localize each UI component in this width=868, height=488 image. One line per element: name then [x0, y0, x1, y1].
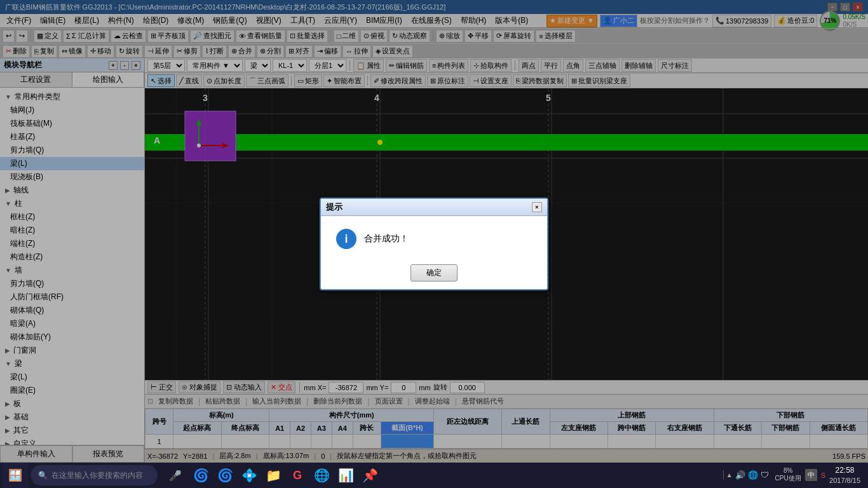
- dialog-close-button[interactable]: ×: [532, 202, 542, 212]
- dialog-message: 合并成功！: [364, 233, 409, 245]
- notif-area: ▲ 🔊 🌐 🛡: [723, 470, 771, 480]
- taskbar-mic-icon[interactable]: 🎤: [164, 464, 187, 487]
- taskbar-icon-swirl2[interactable]: 🌀: [214, 464, 236, 487]
- taskbar-search[interactable]: 🔍 在这里输入你要搜索的内容: [31, 465, 158, 485]
- dialog-titlebar: 提示 ×: [321, 199, 547, 216]
- lang-indicator[interactable]: 中: [805, 469, 817, 481]
- taskbar-icon-pin[interactable]: 📌: [358, 464, 381, 487]
- taskbar-right: ▲ 🔊 🌐 🛡 8% CPU使用 中 S 22:58 2017/8/15: [723, 466, 865, 485]
- dialog-overlay[interactable]: 提示 × i 合并成功！ 确定: [0, 0, 868, 488]
- notif-icon-2[interactable]: 🌐: [748, 470, 758, 480]
- dialog-box: 提示 × i 合并成功！ 确定: [320, 198, 548, 290]
- taskbar-icon-swirl1[interactable]: 🌀: [189, 464, 212, 487]
- notif-icon-3[interactable]: 🛡: [761, 470, 769, 480]
- search-icon: 🔍: [38, 471, 48, 480]
- taskbar-icon-circle[interactable]: 🌐: [310, 464, 333, 487]
- up-arrow-icon: ▲: [726, 471, 733, 478]
- taskbar-icon-ie[interactable]: 💠: [238, 464, 261, 487]
- taskbar: 🪟 🔍 在这里输入你要搜索的内容 🎤 🌀 🌀 💠 📁 G 🌐 📊 📌 ▲ 🔊 🌐…: [0, 463, 868, 488]
- taskbar-icon-chart[interactable]: 📊: [334, 464, 357, 487]
- dialog-title: 提示: [326, 201, 342, 213]
- search-placeholder: 在这里输入你要搜索的内容: [51, 470, 143, 481]
- taskbar-icon-g[interactable]: G: [286, 464, 309, 487]
- taskbar-icon-folder[interactable]: 📁: [262, 464, 285, 487]
- cpu-usage: 8% CPU使用: [775, 467, 801, 483]
- dialog-content: i 合并成功！: [321, 216, 547, 259]
- start-button[interactable]: 🪟: [3, 463, 28, 488]
- dialog-info-icon: i: [336, 229, 356, 249]
- taskbar-time: 22:58 2017/8/15: [829, 466, 860, 485]
- notif-icon-1[interactable]: 🔊: [735, 470, 745, 480]
- taskbar-app-icons: 🌀 🌀 💠 📁 G 🌐 📊 📌: [189, 464, 381, 487]
- antivirus-icon: S: [821, 471, 825, 479]
- dialog-footer: 确定: [321, 259, 547, 289]
- dialog-ok-button[interactable]: 确定: [410, 264, 458, 281]
